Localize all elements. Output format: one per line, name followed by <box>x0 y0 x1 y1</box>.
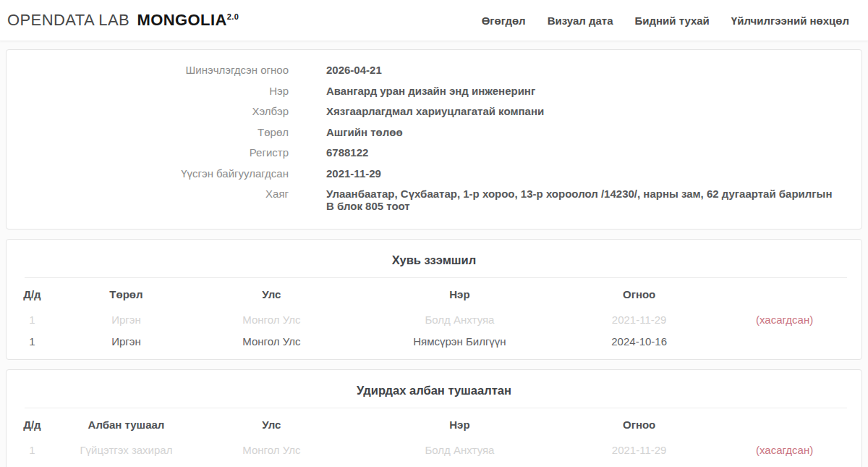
table-cell: Иргэн <box>58 308 195 330</box>
field-label: Хэлбэр <box>28 105 289 117</box>
table-row: 1ИргэнМонгол УлсНямсүрэн Билгүүн2024-10-… <box>7 330 861 352</box>
nav-link-3[interactable]: Бидний тухай <box>635 14 710 27</box>
company-details-card: Шинэчлэгдсэн огноо2026-04-21НэрАвангард … <box>6 49 862 230</box>
table-cell: 1 <box>7 460 58 467</box>
field-value: Авангард уран дизайн энд инженеринг <box>326 85 535 97</box>
officials-card: Удирдах албан тушаалтан Д/дАлбан тушаалУ… <box>6 369 862 467</box>
top-header: OPENDATA LAB MONGOLIA2.0 ӨгөгдөлВизуал д… <box>0 0 868 41</box>
company-field-row: НэрАвангард уран дизайн энд инженеринг <box>28 85 840 106</box>
shareholders-table: Д/дТөрөлУлсНэрОгноо1ИргэнМонгол УлсБолд … <box>7 278 861 352</box>
column-header <box>707 278 861 308</box>
field-value: Ашгийн төлөө <box>326 126 403 138</box>
table-cell: 1 <box>7 330 58 352</box>
table-cell: 1 <box>7 308 58 330</box>
table-cell: 2024-10-16 <box>571 460 707 467</box>
company-field-row: ХаягУлаанбаатар, Сүхбаатар, 1-р хороо, 1… <box>28 188 840 212</box>
company-field-row: ХэлбэрХязгаарлагдмал хариуцлагатай компа… <box>28 105 840 126</box>
field-value: Улаанбаатар, Сүхбаатар, 1-р хороо, 13-р … <box>326 188 840 212</box>
column-header: Огноо <box>571 278 707 308</box>
company-fields: Шинэчлэгдсэн огноо2026-04-21НэрАвангард … <box>28 64 840 212</box>
shareholders-card: Хувь ззэмшил Д/дТөрөлУлсНэрОгноо1ИргэнМо… <box>6 239 862 360</box>
company-field-row: Регистр6788122 <box>28 146 840 167</box>
company-field-row: ТөрөлАшгийн төлөө <box>28 126 840 147</box>
section-title-shareholders: Хувь ззэмшил <box>7 253 861 267</box>
company-field-row: Шинэчлэгдсэн огноо2026-04-21 <box>28 64 840 85</box>
removed-status <box>707 460 861 467</box>
table-header-row: Д/дАлбан тушаалУлсНэрОгноо <box>7 408 861 439</box>
logo-text-mongolia: MONGOLIA <box>137 11 227 29</box>
table-cell: 2021-11-29 <box>571 308 707 330</box>
column-header: Нэр <box>349 278 571 308</box>
table-cell: Монгол Улс <box>195 460 349 467</box>
column-header: Албан тушаал <box>58 408 195 439</box>
field-value: 6788122 <box>326 146 368 159</box>
main-nav: ӨгөгдөлВизуал датаБидний тухайҮйлчилгээн… <box>482 14 859 27</box>
nav-link-1[interactable]: Өгөгдөл <box>482 14 526 27</box>
table-row: 1ИргэнМонгол УлсБолд Анхтуяа2021-11-29(х… <box>7 308 861 330</box>
table-cell: 1 <box>7 439 58 460</box>
field-label: Регистр <box>28 146 289 159</box>
officials-table: Д/дАлбан тушаалУлсНэрОгноо1Гүйцэтгэх зах… <box>7 408 861 467</box>
column-header: Улс <box>195 408 349 439</box>
field-label: Үүсгэн байгуулагдсан <box>28 167 289 180</box>
field-label: Төрөл <box>28 126 289 138</box>
column-header: Нэр <box>349 408 571 439</box>
column-header: Улс <box>195 278 349 308</box>
logo-version: 2.0 <box>227 12 239 21</box>
removed-status: (хасагдсан) <box>707 439 861 460</box>
table-row: 1Гүйцэтгэх захиралМонгол УлсНямсүрэн Бил… <box>7 460 861 467</box>
page-content: Шинэчлэгдсэн огноо2026-04-21НэрАвангард … <box>0 41 868 467</box>
field-label: Шинэчлэгдсэн огноо <box>28 64 289 76</box>
table-cell: Гүйцэтгэх захирал <box>58 460 195 467</box>
removed-status <box>707 330 861 352</box>
field-label: Нэр <box>28 85 289 97</box>
table-cell: Нямсүрэн Билгүүн <box>349 460 571 467</box>
column-header: Д/д <box>7 278 58 308</box>
column-header <box>707 408 861 439</box>
site-logo[interactable]: OPENDATA LAB MONGOLIA2.0 <box>7 11 239 30</box>
table-cell: Нямсүрэн Билгүүн <box>349 330 571 352</box>
column-header: Огноо <box>571 408 707 439</box>
column-header: Д/д <box>7 408 58 439</box>
table-row: 1Гүйцэтгэх захиралМонгол УлсБолд Анхтуяа… <box>7 439 861 460</box>
table-cell: Монгол Улс <box>195 330 349 352</box>
table-cell: Монгол Улс <box>195 308 349 330</box>
table-cell: 2021-11-29 <box>571 439 707 460</box>
logo-text-opendata-lab: OPENDATA LAB <box>7 11 129 29</box>
table-cell: Иргэн <box>58 330 195 352</box>
table-cell: Болд Анхтуяа <box>349 439 571 460</box>
removed-status: (хасагдсан) <box>707 308 861 330</box>
field-value: Хязгаарлагдмал хариуцлагатай компани <box>326 105 544 117</box>
table-cell: 2024-10-16 <box>571 330 707 352</box>
table-header-row: Д/дТөрөлУлсНэрОгноо <box>7 278 861 308</box>
field-value: 2021-11-29 <box>326 167 381 180</box>
table-cell: Монгол Улс <box>195 439 349 460</box>
nav-link-2[interactable]: Визуал дата <box>548 14 613 27</box>
column-header: Төрөл <box>58 278 195 308</box>
nav-link-4[interactable]: Үйлчилгээний нөхцөл <box>731 14 849 27</box>
table-cell: Гүйцэтгэх захирал <box>58 439 195 460</box>
table-cell: Болд Анхтуяа <box>349 308 571 330</box>
company-field-row: Үүсгэн байгуулагдсан2021-11-29 <box>28 167 840 188</box>
section-title-officials: Удирдах албан тушаалтан <box>7 384 861 397</box>
field-value: 2026-04-21 <box>326 64 382 76</box>
field-label: Хаяг <box>28 188 289 200</box>
